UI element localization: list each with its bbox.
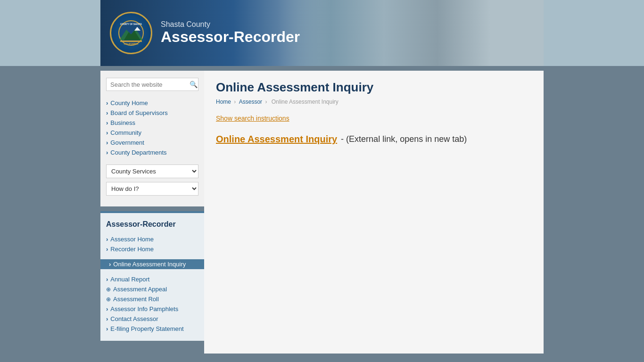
header-text: Shasta County Assessor-Recorder (161, 20, 300, 45)
external-link-label: - (External link, opens in new tab) (341, 134, 467, 144)
header-subtitle: Shasta County (161, 20, 300, 29)
sidebar-item-assessment-appeal[interactable]: Assessment Appeal (106, 284, 198, 294)
show-instructions-link[interactable]: Show search instructions (216, 115, 289, 122)
assessor-pamphlets-link[interactable]: Assessor Info Pamphlets (106, 305, 198, 313)
header-content: CALIFORNIA COUNTY OF SHASTA Shasta Count… (110, 12, 300, 54)
nav-link-business[interactable]: Business (106, 119, 198, 126)
inquiry-link-container: Online Assessment Inquiry - (External li… (216, 134, 532, 145)
nav-item-community[interactable]: Community (106, 128, 198, 138)
svg-text:COUNTY OF SHASTA: COUNTY OF SHASTA (120, 23, 142, 25)
nav-item-business[interactable]: Business (106, 118, 198, 128)
svg-rect-1 (120, 41, 142, 42)
assessment-appeal-link[interactable]: Assessment Appeal (106, 286, 198, 293)
search-box[interactable]: 🔍 (106, 78, 198, 91)
nav-link-community[interactable]: Community (106, 129, 198, 136)
sidebar-divider-2 (106, 271, 198, 274)
inquiry-external-link[interactable]: Online Assessment Inquiry (216, 134, 337, 145)
main-content: Online Assessment Inquiry Home › Assesso… (204, 71, 544, 354)
page-title: Online Assessment Inquiry (216, 80, 532, 95)
nav-link-board-supervisors[interactable]: Board of Supervisors (106, 109, 198, 116)
sidebar-item-online-assessment[interactable]: Online Assessment Inquiry (106, 258, 198, 271)
breadcrumb-separator-1: › (234, 99, 237, 105)
sidebar-item-efiling[interactable]: E-filing Property Statement (106, 324, 198, 334)
how-do-i-dropdown[interactable]: How do I? Option 2 (106, 182, 198, 196)
header-title: Assessor-Recorder (161, 29, 300, 45)
header-background (278, 0, 544, 66)
nav-link-government[interactable]: Government (106, 139, 198, 146)
main-nav-list: County Home Board of Supervisors Busines… (106, 98, 198, 157)
search-icon: 🔍 (190, 81, 198, 88)
assessor-recorder-sidebar: Assessor-Recorder Assessor Home Recorder… (100, 211, 204, 341)
sidebar-nav-section: 🔍 County Home Board of Supervisors Busin… (100, 71, 204, 206)
header-wrapper: CALIFORNIA COUNTY OF SHASTA Shasta Count… (0, 0, 644, 66)
county-services-dropdown[interactable]: County Services Option 2 (106, 165, 198, 178)
nav-item-county-departments[interactable]: County Departments (106, 148, 198, 157)
nav-item-government[interactable]: Government (106, 138, 198, 148)
show-instructions-container: Show search instructions (216, 115, 532, 132)
sidebar: 🔍 County Home Board of Supervisors Busin… (100, 71, 204, 341)
sidebar-item-annual-report[interactable]: Annual Report (106, 274, 198, 284)
online-assessment-link[interactable]: Online Assessment Inquiry (100, 259, 204, 269)
contact-assessor-link[interactable]: Contact Assessor (106, 315, 198, 322)
nav-link-county-home[interactable]: County Home (106, 99, 198, 107)
nav-link-county-departments[interactable]: County Departments (106, 149, 198, 156)
sidebar-item-recorder-home[interactable]: Recorder Home (106, 244, 198, 254)
breadcrumb-assessor[interactable]: Assessor (239, 99, 262, 105)
recorder-home-link[interactable]: Recorder Home (106, 246, 198, 253)
svg-text:CALIFORNIA: CALIFORNIA (124, 42, 139, 45)
assessor-nav-list: Assessor Home Recorder Home Online Asses… (106, 234, 198, 334)
header: CALIFORNIA COUNTY OF SHASTA Shasta Count… (100, 0, 544, 66)
sidebar-divider (106, 254, 198, 258)
sidebar-item-assessor-home[interactable]: Assessor Home (106, 234, 198, 244)
assessment-roll-link[interactable]: Assessment Roll (106, 296, 198, 303)
sidebar-item-assessment-roll[interactable]: Assessment Roll (106, 294, 198, 304)
assessor-home-link[interactable]: Assessor Home (106, 236, 198, 243)
sidebar-item-assessor-pamphlets[interactable]: Assessor Info Pamphlets (106, 304, 198, 314)
breadcrumb-current: Online Assessment Inquiry (272, 99, 339, 105)
nav-item-board-supervisors[interactable]: Board of Supervisors (106, 108, 198, 118)
sidebar-item-contact-assessor[interactable]: Contact Assessor (106, 314, 198, 324)
breadcrumb: Home › Assessor › Online Assessment Inqu… (216, 99, 532, 105)
main-wrapper: 🔍 County Home Board of Supervisors Busin… (100, 66, 544, 362)
breadcrumb-home[interactable]: Home (216, 99, 231, 105)
annual-report-link[interactable]: Annual Report (106, 276, 198, 283)
efiling-link[interactable]: E-filing Property Statement (106, 325, 198, 332)
nav-item-county-home[interactable]: County Home (106, 98, 198, 108)
assessor-recorder-title: Assessor-Recorder (106, 220, 198, 229)
county-seal: CALIFORNIA COUNTY OF SHASTA (110, 12, 152, 54)
breadcrumb-separator-2: › (265, 99, 268, 105)
search-input[interactable] (110, 81, 190, 88)
